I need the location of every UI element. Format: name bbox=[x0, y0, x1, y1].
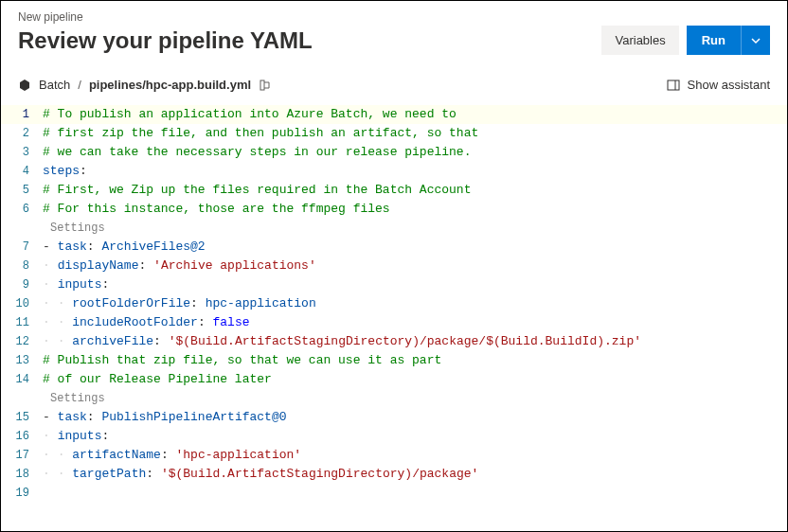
code-content: # Publish that zip file, so that we can … bbox=[43, 351, 787, 370]
code-content: - task: ArchiveFiles@2 bbox=[43, 238, 787, 257]
line-number: 15 bbox=[1, 408, 43, 427]
settings-link[interactable]: Settings bbox=[43, 389, 787, 408]
svg-rect-1 bbox=[668, 80, 679, 90]
code-content: - task: PublishPipelineArtifact@0 bbox=[43, 408, 787, 427]
code-line[interactable]: 13# Publish that zip file, so that we ca… bbox=[1, 351, 787, 370]
code-content: steps: bbox=[43, 162, 787, 181]
code-line[interactable]: 15- task: PublishPipelineArtifact@0 bbox=[1, 408, 787, 427]
line-number: 1 bbox=[1, 105, 43, 124]
run-button-group: Run bbox=[687, 26, 770, 55]
code-line[interactable]: 5# First, we Zip up the files required i… bbox=[1, 181, 787, 200]
code-content: · · artifactName: 'hpc-application' bbox=[43, 446, 787, 465]
line-number: 7 bbox=[1, 238, 43, 257]
line-number: 11 bbox=[1, 313, 43, 332]
code-content: # For this instance, those are the ffmpe… bbox=[43, 200, 787, 219]
code-content: · · targetPath: '$(Build.ArtifactStaging… bbox=[43, 465, 787, 484]
code-line[interactable]: 9· inputs: bbox=[1, 275, 787, 294]
line-number: 16 bbox=[1, 427, 43, 446]
file-path-row: Batch / pipelines/hpc-app.build.yml bbox=[18, 78, 272, 92]
code-line[interactable]: 3# we can take the necessary steps in ou… bbox=[1, 143, 787, 162]
line-number bbox=[1, 219, 43, 238]
line-number: 18 bbox=[1, 465, 43, 484]
line-number: 9 bbox=[1, 275, 43, 294]
show-assistant-button[interactable]: Show assistant bbox=[667, 78, 770, 92]
run-dropdown-button[interactable] bbox=[741, 26, 770, 55]
show-assistant-label: Show assistant bbox=[688, 78, 770, 92]
line-number bbox=[1, 389, 43, 408]
chevron-down-icon bbox=[751, 36, 761, 45]
page-header: New pipeline Review your pipeline YAML V… bbox=[1, 1, 787, 68]
code-content: · inputs: bbox=[43, 427, 787, 446]
header-actions: Variables Run bbox=[601, 26, 770, 55]
repo-name[interactable]: Batch bbox=[39, 78, 70, 92]
code-content: # we can take the necessary steps in our… bbox=[43, 143, 787, 162]
page-title: Review your pipeline YAML bbox=[18, 27, 313, 54]
subheader: Batch / pipelines/hpc-app.build.yml Show… bbox=[1, 68, 787, 101]
code-line[interactable]: 2# first zip the file, and then publish … bbox=[1, 124, 787, 143]
code-line[interactable]: 7- task: ArchiveFiles@2 bbox=[1, 238, 787, 257]
code-content: # of our Release Pipeline later bbox=[43, 370, 787, 389]
code-line[interactable]: 8· displayName: 'Archive applications' bbox=[1, 257, 787, 275]
code-line[interactable]: 17· · artifactName: 'hpc-application' bbox=[1, 446, 787, 465]
code-content: # To publish an application into Azure B… bbox=[43, 105, 787, 124]
yaml-editor[interactable]: 1# To publish an application into Azure … bbox=[1, 101, 787, 503]
code-line[interactable]: 10· · rootFolderOrFile: hpc-application bbox=[1, 294, 787, 313]
repo-icon bbox=[18, 79, 31, 92]
settings-link[interactable]: Settings bbox=[43, 219, 787, 238]
code-content bbox=[43, 484, 787, 503]
line-number: 6 bbox=[1, 200, 43, 219]
code-content: · inputs: bbox=[43, 275, 787, 294]
variables-button[interactable]: Variables bbox=[601, 26, 678, 55]
line-number: 2 bbox=[1, 124, 43, 143]
line-number: 17 bbox=[1, 446, 43, 465]
line-number: 8 bbox=[1, 257, 43, 275]
code-line[interactable]: 6# For this instance, those are the ffmp… bbox=[1, 200, 787, 219]
line-number: 3 bbox=[1, 143, 43, 162]
code-line[interactable]: 14# of our Release Pipeline later bbox=[1, 370, 787, 389]
svg-rect-0 bbox=[260, 80, 264, 90]
code-line[interactable]: 16· inputs: bbox=[1, 427, 787, 446]
code-content: # first zip the file, and then publish a… bbox=[43, 124, 787, 143]
code-line[interactable]: 4steps: bbox=[1, 162, 787, 181]
code-content: · · rootFolderOrFile: hpc-application bbox=[43, 294, 787, 313]
line-number: 13 bbox=[1, 351, 43, 370]
line-number: 10 bbox=[1, 294, 43, 313]
path-separator: / bbox=[78, 78, 81, 92]
panel-collapse-icon bbox=[667, 79, 680, 92]
code-line[interactable]: 18· · targetPath: '$(Build.ArtifactStagi… bbox=[1, 465, 787, 484]
code-line[interactable]: 19 bbox=[1, 484, 787, 503]
code-line[interactable]: Settings bbox=[1, 219, 787, 238]
line-number: 14 bbox=[1, 370, 43, 389]
code-content: · · includeRootFolder: false bbox=[43, 313, 787, 332]
code-line[interactable]: 1# To publish an application into Azure … bbox=[1, 105, 787, 124]
line-number: 5 bbox=[1, 181, 43, 200]
code-line[interactable]: Settings bbox=[1, 389, 787, 408]
code-line[interactable]: 12· · archiveFile: '$(Build.ArtifactStag… bbox=[1, 332, 787, 351]
file-path[interactable]: pipelines/hpc-app.build.yml bbox=[89, 78, 251, 92]
breadcrumb: New pipeline bbox=[18, 10, 770, 24]
code-content: · displayName: 'Archive applications' bbox=[43, 257, 787, 275]
code-content: · · archiveFile: '$(Build.ArtifactStagin… bbox=[43, 332, 787, 351]
line-number: 19 bbox=[1, 484, 43, 503]
run-button[interactable]: Run bbox=[687, 26, 741, 55]
line-number: 4 bbox=[1, 162, 43, 181]
code-line[interactable]: 11· · includeRootFolder: false bbox=[1, 313, 787, 332]
line-number: 12 bbox=[1, 332, 43, 351]
edit-name-icon[interactable] bbox=[259, 79, 272, 92]
code-content: # First, we Zip up the files required in… bbox=[43, 181, 787, 200]
